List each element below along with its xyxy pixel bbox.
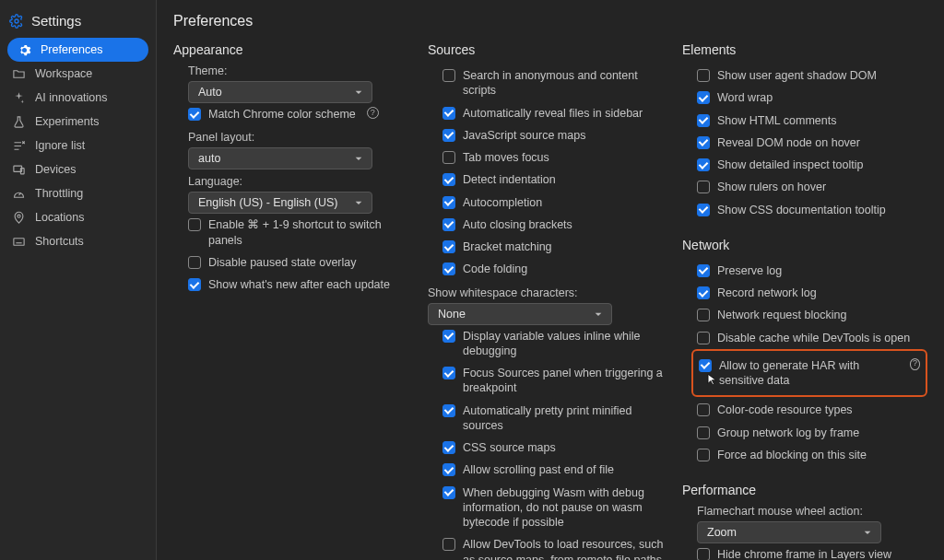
checkbox-icon[interactable] bbox=[697, 158, 710, 171]
check-paused-overlay[interactable]: Disable paused state overlay bbox=[173, 251, 419, 274]
language-select[interactable]: English (US) - English (US) bbox=[188, 192, 372, 214]
checkbox-icon[interactable] bbox=[442, 404, 455, 417]
checkbox-icon[interactable] bbox=[697, 69, 710, 82]
check-har-sensitive[interactable]: Allow to generate HAR with sensitive dat… bbox=[693, 355, 920, 392]
nav-ai-innovations[interactable]: AI innovations bbox=[0, 86, 156, 110]
network-item-2[interactable]: Network request blocking bbox=[682, 304, 927, 326]
devices-icon bbox=[11, 162, 26, 177]
checkbox-icon[interactable] bbox=[442, 151, 455, 164]
checkbox-icon[interactable] bbox=[442, 486, 455, 499]
checkbox-icon[interactable] bbox=[697, 91, 710, 104]
checkbox-icon[interactable] bbox=[442, 330, 455, 343]
help-icon[interactable]: ? bbox=[910, 358, 920, 370]
checkbox-icon[interactable] bbox=[442, 240, 455, 253]
spark-icon bbox=[11, 90, 26, 105]
nav-workspace[interactable]: Workspace bbox=[0, 62, 156, 86]
sources-item-1[interactable]: Automatically reveal files in sidebar bbox=[428, 102, 673, 124]
flamechart-select[interactable]: Zoom bbox=[697, 521, 881, 543]
network-item2-1[interactable]: Group network log by frame bbox=[682, 422, 927, 444]
checkbox-icon[interactable] bbox=[699, 359, 712, 372]
elements-item-3[interactable]: Reveal DOM node on hover bbox=[682, 132, 927, 154]
folder-icon bbox=[11, 66, 26, 81]
nav-experiments[interactable]: Experiments bbox=[0, 110, 156, 134]
svg-rect-4 bbox=[13, 238, 23, 245]
check-hide-chrome-frame[interactable]: Hide chrome frame in Layers view bbox=[682, 543, 927, 560]
checkbox-icon[interactable] bbox=[442, 196, 455, 209]
network-item-0[interactable]: Preserve log bbox=[682, 260, 927, 282]
network-item2-2[interactable]: Force ad blocking on this site bbox=[682, 444, 927, 466]
elements-item-6[interactable]: Show CSS documentation tooltip bbox=[682, 199, 927, 221]
sources-item2-1[interactable]: Focus Sources panel when triggering a br… bbox=[428, 362, 673, 400]
panel-layout-label: Panel layout: bbox=[188, 131, 419, 144]
section-performance: Performance bbox=[682, 483, 927, 497]
sources-item2-0[interactable]: Display variable values inline while deb… bbox=[428, 325, 673, 363]
sources-item-3[interactable]: Tab moves focus bbox=[428, 146, 673, 169]
theme-select[interactable]: Auto bbox=[188, 81, 372, 103]
checkbox-icon[interactable] bbox=[697, 309, 710, 321]
checkbox-icon[interactable] bbox=[442, 441, 455, 454]
check-shortcut-switch[interactable]: Enable ⌘ + 1-9 shortcut to switch panels bbox=[173, 214, 419, 251]
sources-item2-5[interactable]: When debugging Wasm with debug informati… bbox=[428, 482, 673, 534]
checkbox-icon[interactable] bbox=[442, 367, 455, 379]
whitespace-label: Show whitespace characters: bbox=[428, 286, 673, 299]
col-elements-network: Elements Show user agent shadow DOMWord … bbox=[682, 42, 927, 560]
sources-item2-3[interactable]: CSS source maps bbox=[428, 437, 673, 459]
checkbox-icon[interactable] bbox=[697, 264, 710, 277]
sources-item-7[interactable]: Bracket matching bbox=[428, 236, 673, 258]
sources-item2-2[interactable]: Automatically pretty print minified sour… bbox=[428, 400, 673, 438]
checkbox-icon[interactable] bbox=[697, 286, 710, 299]
help-icon[interactable]: ? bbox=[367, 107, 379, 119]
sources-item-2[interactable]: JavaScript source maps bbox=[428, 124, 673, 146]
checkbox-icon[interactable] bbox=[697, 449, 710, 461]
network-item2-0[interactable]: Color-code resource types bbox=[682, 399, 927, 421]
checkbox-icon[interactable] bbox=[697, 403, 710, 416]
nav-throttling[interactable]: Throttling bbox=[0, 181, 156, 205]
sources-item-6[interactable]: Auto closing brackets bbox=[428, 214, 673, 236]
sources-item2-6[interactable]: Allow DevTools to load resources, such a… bbox=[428, 533, 673, 560]
nav-devices[interactable]: Devices bbox=[0, 158, 156, 181]
sources-item-8[interactable]: Code folding bbox=[428, 258, 673, 280]
elements-item-0[interactable]: Show user agent shadow DOM bbox=[682, 64, 927, 87]
checkbox-icon[interactable] bbox=[697, 181, 710, 193]
network-item-1[interactable]: Record network log bbox=[682, 282, 927, 304]
checkbox-icon[interactable] bbox=[442, 218, 455, 231]
checkbox-icon[interactable] bbox=[697, 136, 710, 149]
checkbox-icon[interactable] bbox=[697, 548, 710, 560]
check-whats-new[interactable]: Show what's new after each update bbox=[173, 274, 419, 296]
panel-layout-select[interactable]: auto bbox=[188, 147, 372, 169]
elements-item-4[interactable]: Show detailed inspect tooltip bbox=[682, 154, 927, 176]
checkbox-icon[interactable] bbox=[442, 463, 455, 476]
elements-item-1[interactable]: Word wrap bbox=[682, 87, 927, 109]
checkbox-icon[interactable] bbox=[442, 129, 455, 142]
checkbox-icon[interactable] bbox=[188, 218, 201, 231]
sources-item-4[interactable]: Detect indentation bbox=[428, 169, 673, 191]
ignore-icon bbox=[11, 138, 26, 153]
sources-item-5[interactable]: Autocompletion bbox=[428, 192, 673, 214]
keyboard-icon bbox=[11, 234, 26, 249]
checkbox-icon[interactable] bbox=[697, 426, 710, 439]
checkbox-icon[interactable] bbox=[188, 278, 201, 291]
checkbox-icon[interactable] bbox=[442, 173, 455, 186]
check-match-chrome[interactable]: Match Chrome color scheme ? bbox=[173, 103, 419, 125]
checkbox-icon[interactable] bbox=[188, 256, 201, 269]
sources-item-0[interactable]: Search in anonymous and content scripts bbox=[428, 64, 673, 102]
checkbox-icon[interactable] bbox=[442, 69, 455, 82]
checkbox-icon[interactable] bbox=[442, 262, 455, 275]
checkbox-icon[interactable] bbox=[697, 204, 710, 216]
elements-item-5[interactable]: Show rulers on hover bbox=[682, 176, 927, 198]
page-title: Preferences bbox=[173, 13, 927, 29]
sources-item2-4[interactable]: Allow scrolling past end of file bbox=[428, 459, 673, 481]
checkbox-icon[interactable] bbox=[188, 108, 201, 121]
checkbox-icon[interactable] bbox=[697, 332, 710, 344]
network-item-3[interactable]: Disable cache while DevTools is open bbox=[682, 327, 927, 349]
nav-shortcuts[interactable]: Shortcuts bbox=[0, 229, 156, 253]
nav-ignore-list[interactable]: Ignore list bbox=[0, 134, 156, 158]
whitespace-select[interactable]: None bbox=[428, 303, 612, 325]
elements-item-2[interactable]: Show HTML comments bbox=[682, 110, 927, 132]
checkbox-icon[interactable] bbox=[442, 107, 455, 120]
nav-preferences[interactable]: Preferences bbox=[7, 38, 148, 62]
settings-title: Settings bbox=[31, 13, 81, 29]
checkbox-icon[interactable] bbox=[697, 114, 710, 127]
checkbox-icon[interactable] bbox=[442, 538, 455, 551]
nav-locations[interactable]: Locations bbox=[0, 205, 156, 229]
